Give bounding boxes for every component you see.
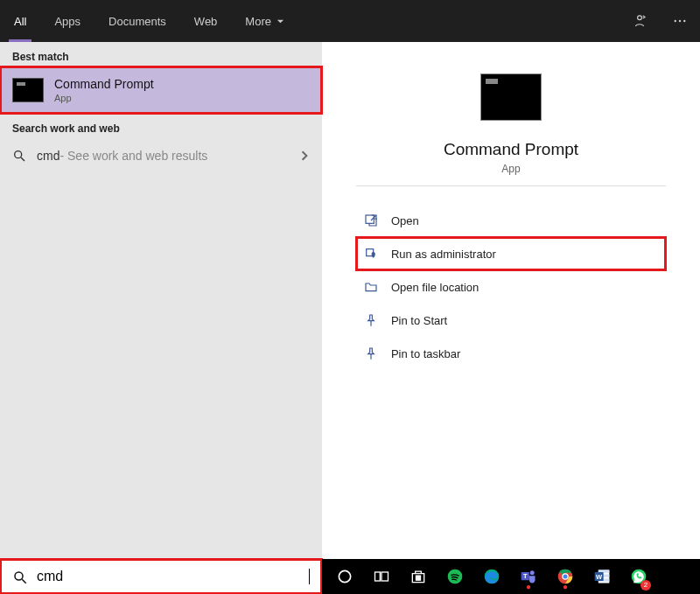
search-box[interactable] bbox=[0, 559, 322, 594]
tab-more[interactable]: More bbox=[231, 0, 298, 42]
results-panel: Best match Command Prompt App Search wor… bbox=[0, 42, 322, 559]
taskbar-task-view-icon[interactable] bbox=[366, 559, 397, 594]
best-match-result[interactable]: Command Prompt App bbox=[0, 66, 322, 114]
svg-rect-13 bbox=[375, 572, 381, 581]
tab-more-label: More bbox=[245, 15, 271, 28]
preview-command-prompt-icon bbox=[480, 73, 542, 121]
action-pin-taskbar-label: Pin to taskbar bbox=[391, 347, 461, 360]
taskbar-spotify-icon[interactable] bbox=[439, 559, 471, 594]
search-web-label: Search work and web bbox=[0, 114, 322, 138]
admin-shield-icon bbox=[363, 246, 379, 262]
tab-documents[interactable]: Documents bbox=[94, 0, 180, 42]
action-pin-to-taskbar[interactable]: Pin to taskbar bbox=[356, 337, 666, 370]
text-cursor bbox=[309, 569, 310, 584]
chevron-down-icon bbox=[276, 17, 284, 25]
svg-line-11 bbox=[22, 579, 26, 584]
action-open-file-location[interactable]: Open file location bbox=[356, 270, 666, 304]
svg-point-26 bbox=[564, 575, 568, 579]
taskbar-edge-icon[interactable] bbox=[476, 559, 508, 594]
taskbar-store-icon[interactable] bbox=[402, 559, 434, 594]
command-prompt-icon bbox=[12, 78, 44, 102]
folder-icon bbox=[363, 279, 379, 295]
chevron-right-icon bbox=[299, 150, 310, 161]
search-icon bbox=[12, 149, 26, 163]
preview-panel: Command Prompt App Open Run as administr… bbox=[322, 42, 700, 559]
tab-all[interactable]: All bbox=[0, 0, 40, 42]
web-term: cmd bbox=[37, 149, 60, 163]
svg-rect-18 bbox=[418, 578, 420, 580]
result-subtitle: App bbox=[54, 93, 154, 103]
svg-rect-15 bbox=[416, 576, 418, 577]
svg-point-0 bbox=[638, 16, 642, 20]
svg-point-12 bbox=[339, 570, 350, 582]
taskbar-whatsapp-icon[interactable]: 2 bbox=[623, 559, 654, 594]
svg-point-4 bbox=[15, 151, 22, 158]
svg-point-3 bbox=[683, 20, 685, 22]
action-open-location-label: Open file location bbox=[391, 281, 479, 294]
taskbar-cortana-icon[interactable] bbox=[329, 559, 360, 594]
action-open-label: Open bbox=[391, 214, 419, 227]
action-open[interactable]: Open bbox=[356, 204, 666, 237]
svg-rect-16 bbox=[418, 576, 420, 577]
search-icon bbox=[12, 570, 26, 584]
svg-point-10 bbox=[15, 572, 23, 580]
svg-line-5 bbox=[21, 157, 24, 161]
svg-point-1 bbox=[675, 20, 676, 22]
open-icon bbox=[363, 213, 379, 228]
action-run-admin-label: Run as administrator bbox=[391, 248, 496, 261]
pin-start-icon bbox=[363, 312, 379, 328]
taskbar-teams-icon[interactable]: T ● bbox=[513, 559, 544, 594]
preview-title: Command Prompt bbox=[444, 140, 578, 159]
preview-subtitle: App bbox=[501, 163, 520, 175]
divider bbox=[356, 185, 666, 186]
svg-point-2 bbox=[679, 20, 681, 22]
svg-rect-14 bbox=[382, 572, 388, 581]
svg-text:T: T bbox=[523, 572, 528, 580]
actions-list: Open Run as administrator Open file loca… bbox=[356, 204, 666, 370]
taskbar-chrome-icon[interactable]: ● bbox=[550, 559, 581, 594]
search-input[interactable] bbox=[37, 569, 308, 584]
action-pin-start-label: Pin to Start bbox=[391, 314, 447, 327]
taskbar-word-icon[interactable]: W bbox=[586, 559, 618, 594]
svg-point-23 bbox=[530, 570, 535, 575]
action-pin-to-start[interactable]: Pin to Start bbox=[356, 304, 666, 337]
taskbar: T ● ● W 2 bbox=[322, 559, 700, 594]
tab-apps[interactable]: Apps bbox=[40, 0, 94, 42]
tab-web[interactable]: Web bbox=[180, 0, 232, 42]
web-search-result[interactable]: cmd - See work and web results bbox=[0, 138, 322, 173]
feedback-icon[interactable] bbox=[620, 0, 660, 42]
svg-rect-17 bbox=[416, 578, 418, 580]
search-tabs-bar: All Apps Documents Web More bbox=[0, 0, 700, 42]
pin-taskbar-icon bbox=[363, 346, 379, 361]
more-options-icon[interactable] bbox=[660, 0, 700, 42]
action-run-as-administrator[interactable]: Run as administrator bbox=[356, 237, 666, 270]
result-title: Command Prompt bbox=[54, 77, 154, 91]
web-hint: - See work and web results bbox=[60, 149, 207, 163]
best-match-label: Best match bbox=[0, 42, 322, 66]
svg-text:W: W bbox=[596, 573, 603, 581]
